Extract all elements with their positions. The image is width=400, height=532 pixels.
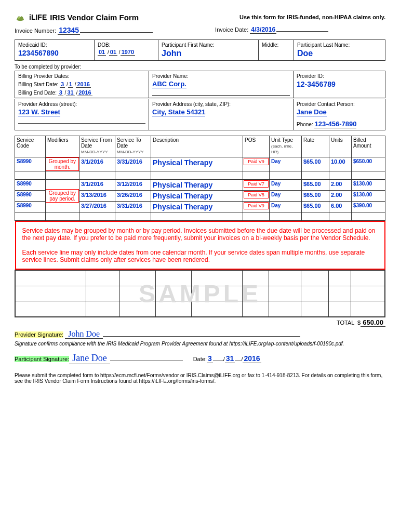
participant-sig-value[interactable]: Jane Doe [69, 353, 110, 364]
svc-billed: $650.00 [352, 157, 385, 171]
addr-csz-label: Provider Address (city, state, ZIP): [152, 101, 290, 107]
submission-footer: Please submit the completed form to http… [15, 373, 385, 384]
svc-units: 6.00 [329, 202, 352, 212]
dob-label: DOB: [98, 42, 155, 48]
svc-from: 3/1/2016 [79, 157, 115, 171]
form-title: IRIS Vendor Claim Form [50, 13, 139, 22]
dob-year[interactable]: 1970 [121, 49, 135, 56]
start-date-label: Billing Start Date: [18, 82, 58, 87]
invoice-date-value[interactable]: 4/3/2016 [250, 26, 276, 34]
svc-unit: Day [270, 191, 302, 202]
medicaid-label: Medicaid ID: [18, 42, 91, 48]
first-name-value[interactable]: John [162, 49, 181, 58]
provider-signature-row: Provider Signature: John Doe [15, 329, 385, 339]
last-name-value[interactable]: Doe [297, 49, 313, 58]
svc-from: 3/1/2016 [79, 180, 115, 191]
svc-unit: Day [270, 157, 302, 171]
addr-street-label: Provider Address (street): [18, 101, 145, 107]
last-name-label: Participant Last Name: [297, 42, 382, 48]
svc-rate: $65.00 [302, 157, 329, 171]
dob-day[interactable]: 01 [109, 49, 117, 56]
svc-rate: $65.00 [302, 191, 329, 202]
svc-to: 3/26/2016 [115, 191, 151, 202]
svc-units: 2.00 [329, 180, 352, 191]
svc-units: 2.00 [329, 191, 352, 202]
medicaid-value[interactable]: 1234567890 [18, 49, 59, 57]
svc-billed: $130.00 [352, 180, 385, 191]
svc-rate: $65.00 [302, 202, 329, 212]
invoice-number-label: Invoice Number: [15, 28, 56, 34]
note-box: Service dates may be grouped by month or… [15, 221, 385, 270]
svc-code: S8990 [15, 191, 46, 202]
table-row: S8990Grouped by month.3/1/2016 3/31/2016… [15, 157, 385, 171]
invoice-date-label: Invoice Date: [215, 26, 248, 33]
end-m[interactable]: 3 [58, 89, 63, 96]
svc-code: S8990 [15, 202, 46, 212]
col-code: Service Code [15, 136, 46, 157]
svc-billed: $130.00 [352, 191, 385, 202]
start-y[interactable]: 2016 [76, 81, 90, 88]
addr-street-value[interactable]: 123 W. Street [18, 108, 60, 116]
svc-to: 3/31/2016 [115, 157, 151, 171]
svc-pos: Paid V7 [243, 180, 270, 191]
start-m[interactable]: 3 [60, 81, 65, 88]
svc-desc: Physical Therapy [151, 191, 243, 202]
total-label: TOTAL [337, 320, 354, 326]
dob-month[interactable]: 01 [98, 49, 106, 56]
total-row: TOTAL $650.00 [15, 318, 385, 326]
svc-desc: Physical Therapy [151, 157, 243, 171]
svc-billed: $390.00 [352, 202, 385, 212]
sig-date-label: Date: [193, 356, 207, 362]
svc-from: 3/13/2016 [79, 191, 115, 202]
form-header: iLIFE IRIS Vendor Claim Form Use this fo… [15, 12, 385, 22]
sig-date-d[interactable]: 31 [225, 354, 235, 363]
svc-units: 10.00 [329, 157, 352, 171]
provider-section-label: To be completed by provider: [15, 64, 385, 70]
brand-text: iLIFE [29, 13, 47, 21]
form-usage-note: Use this form for IRIS-funded, non-HIPAA… [239, 14, 385, 20]
provider-name-value[interactable]: ABC Corp. [152, 80, 186, 88]
invoice-number-value[interactable]: 12345 [58, 26, 80, 35]
svc-pos: Paid V9 [243, 202, 270, 212]
table-row [15, 171, 385, 180]
contact-value[interactable]: Jane Doe [297, 108, 327, 116]
col-unit: Unit Type(each, mile, HR) [270, 136, 302, 157]
participant-signature-row: Participant Signature: Jane Doe Date: 3 … [15, 353, 385, 364]
svc-desc: Physical Therapy [151, 180, 243, 191]
svc-code: S8990 [15, 180, 46, 191]
billing-dates-label: Billing Provider Dates: [18, 73, 145, 79]
end-d[interactable]: 31 [66, 89, 74, 96]
svc-mod: Grouped by pay period. [46, 180, 79, 212]
participant-sig-label: Participant Signature: [15, 356, 69, 362]
table-row: S8990Grouped by pay period.3/1/2016 3/12… [15, 180, 385, 191]
invoice-row: Invoice Number: 12345 Invoice Date: 4/3/… [15, 26, 385, 34]
provider-row2: Provider Address (street):123 W. Street … [15, 99, 385, 130]
service-table: Service Code Modifiers Service From Date… [15, 136, 385, 317]
col-from: Service From DateMM-DD-YYYY [79, 136, 115, 157]
svc-desc: Physical Therapy [151, 202, 243, 212]
provider-sig-value[interactable]: John Doe [65, 329, 103, 339]
svc-rate: $65.00 [302, 180, 329, 191]
col-desc: Description [151, 136, 243, 157]
provider-id-label: Provider ID: [297, 73, 382, 79]
provider-id-value[interactable]: 12-3456789 [297, 80, 336, 88]
sig-date-y[interactable]: 2016 [243, 354, 261, 363]
ilife-logo-icon [15, 12, 26, 22]
svc-pos: Paid V8 [243, 191, 270, 202]
first-name-label: Participant First Name: [162, 42, 255, 48]
end-y[interactable]: 2016 [77, 89, 92, 96]
sig-date-m[interactable]: 3 [207, 354, 213, 363]
start-d[interactable]: 1 [68, 81, 73, 88]
addr-csz-value[interactable]: City, State 54321 [152, 108, 205, 116]
svc-from: 3/27/2016 [79, 202, 115, 212]
note-p1: Service dates may be grouped by month or… [22, 227, 378, 242]
table-row [15, 212, 385, 221]
svc-mod: Grouped by month. [46, 157, 79, 171]
total-value: 650.00 [361, 318, 385, 327]
phone-value[interactable]: 123-456-7890 [314, 120, 356, 128]
compliance-text: Signature confirms compliance with the I… [15, 341, 385, 347]
provider-sig-label: Provider Signature: [15, 331, 63, 338]
col-rate: Rate [302, 136, 329, 157]
sample-row: SAMPLE [15, 270, 385, 317]
svc-unit: Day [270, 180, 302, 191]
